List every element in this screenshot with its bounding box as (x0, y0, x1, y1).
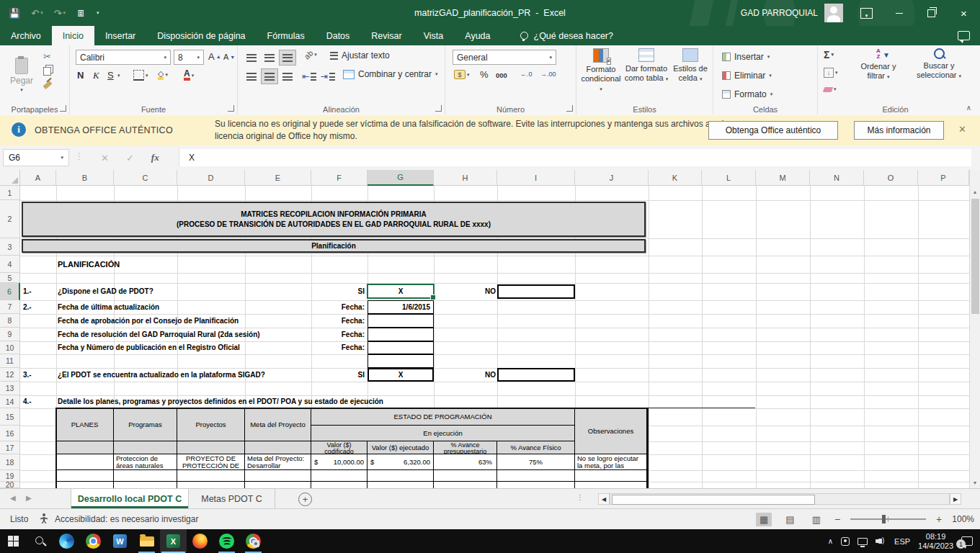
column-header-A[interactable]: A (20, 170, 56, 186)
row-header-9[interactable]: 9 (0, 328, 20, 341)
italic-button[interactable]: K (93, 70, 99, 81)
column-header-N[interactable]: N (810, 170, 864, 186)
increase-decimal-icon[interactable]: ←.0 (520, 71, 533, 78)
fill-color-icon[interactable]: ◇▾ (158, 70, 168, 80)
copy-icon[interactable] (43, 67, 51, 76)
row-header-11[interactable]: 11 (0, 354, 20, 368)
avatar[interactable] (824, 4, 843, 22)
table-cell-avance-presupuestario[interactable]: 63% (434, 454, 497, 470)
row-header-1[interactable]: 1 (0, 186, 20, 200)
tab-disposicion[interactable]: Disposición de página (146, 26, 256, 45)
underline-caret[interactable]: ▾ (117, 73, 120, 78)
cell-q1-no-label[interactable]: NO (434, 283, 496, 300)
cut-icon[interactable]: ✂ (43, 51, 51, 62)
close-button[interactable]: × (948, 0, 980, 26)
zoom-in-icon[interactable]: + (936, 513, 942, 525)
tell-me-search[interactable]: ¿Qué desea hacer? (520, 26, 614, 45)
row-header-5[interactable]: 5 (0, 273, 20, 283)
table-header-planes[interactable]: PLANES (56, 408, 114, 441)
formula-input[interactable]: X (179, 149, 971, 166)
paste-button[interactable]: Pegar ▾ (6, 50, 37, 100)
align-center-icon[interactable] (262, 69, 277, 84)
table-cell-empty[interactable] (497, 470, 575, 482)
column-header-E[interactable]: E (245, 170, 311, 186)
scroll-down-icon[interactable]: ▼ (970, 477, 980, 488)
cancel-icon[interactable]: ✕ (101, 153, 109, 163)
sheet-tab-desarrollo[interactable]: Desarrollo local PDOT C (71, 489, 189, 508)
horizontal-scroll-thumb[interactable] (612, 495, 815, 505)
tray-chevron-icon[interactable]: ∧ (828, 537, 833, 545)
format-painter-icon[interactable] (43, 83, 52, 87)
dialog-launcher-icon[interactable] (228, 105, 234, 112)
font-size-select[interactable]: 8▾ (174, 50, 204, 65)
dialog-launcher-icon[interactable] (435, 105, 442, 112)
cell-q5-text[interactable]: Fecha y Número de publicación en el Regi… (58, 341, 240, 354)
row-header-19[interactable]: 19 (0, 470, 20, 482)
cell-q6-si-box[interactable]: X (368, 368, 434, 382)
shrink-font-icon[interactable]: A▼ (223, 53, 235, 61)
cell-q6-si-label[interactable]: SI (311, 368, 365, 382)
table-cell-empty[interactable] (311, 482, 368, 488)
column-header-F[interactable]: F (311, 170, 368, 186)
table-cell-planes[interactable] (56, 454, 114, 470)
cell-row11-box[interactable] (368, 354, 434, 368)
vertical-scrollbar[interactable]: ▲ ▼ (969, 170, 980, 488)
table-cell-observaciones[interactable]: No se logro ejecutarla meta, por las (575, 454, 647, 470)
account-chip[interactable]: GAD PARROQUIAL (741, 4, 843, 22)
dialog-launcher-icon[interactable] (566, 105, 573, 112)
enter-icon[interactable]: ✓ (126, 153, 134, 163)
cell-q6-no-label[interactable]: NO (434, 368, 496, 382)
table-cell-proyecto[interactable]: PROYECTO DEPROTECCIÓN DE (177, 454, 245, 470)
normal-view-icon[interactable]: ▦ (756, 513, 772, 526)
cell-q3-text[interactable]: Fecha de aprobación por el Consejo de Pl… (58, 314, 239, 328)
taskbar-chrome-profile[interactable] (240, 529, 267, 553)
page-break-view-icon[interactable]: ▥ (808, 513, 824, 526)
table-header-proyectos[interactable]: Proyectos (177, 408, 245, 441)
sheet-tab-metas[interactable]: Metas PDOT C (189, 489, 275, 508)
table-header-meta[interactable]: Meta del Proyecto (245, 408, 311, 441)
table-cell-meta[interactable]: Meta del Proyecto:Desarrollar (245, 454, 311, 470)
cell-q5-fecha-label[interactable]: Fecha: (311, 341, 365, 354)
row-header-20[interactable]: 20 (0, 482, 20, 488)
table-header-valor-codificado[interactable]: Valor ($)codificado (311, 441, 368, 454)
column-header-K[interactable]: K (649, 170, 702, 186)
decrease-decimal-icon[interactable]: →.00 (540, 71, 556, 78)
new-sheet-icon[interactable]: + (298, 493, 312, 506)
table-cell-empty[interactable] (434, 470, 497, 482)
format-as-table-button[interactable]: Dar formatocomo tabla ▾ (624, 48, 669, 84)
table-cell-empty[interactable] (177, 482, 245, 488)
tab-insertar[interactable]: Insertar (94, 26, 146, 45)
page-layout-view-icon[interactable]: ▤ (782, 513, 798, 526)
hscroll-right-icon[interactable]: ▶ (950, 493, 961, 505)
tab-vista[interactable]: Vista (413, 26, 455, 45)
decrease-indent-icon[interactable]: ⇤ (301, 69, 317, 84)
table-header-valor-ejecutado[interactable]: Valor ($) ejecutado (368, 441, 434, 454)
comma-style-icon[interactable]: 000 (496, 71, 507, 79)
taskbar-spotify[interactable] (213, 529, 240, 553)
table-cell-empty[interactable] (575, 470, 647, 482)
table-header-estado[interactable]: ESTADO DE PROGRAMACIÓN (311, 408, 575, 426)
vertical-scroll-thumb[interactable] (971, 199, 979, 314)
next-sheet-icon[interactable]: ▶ (26, 494, 32, 502)
sort-filter-button[interactable]: AZ ▼ Ordenar yfiltrar ▾ (851, 48, 906, 81)
row-header-17[interactable]: 17 (0, 441, 20, 454)
conditional-formatting-button[interactable]: ≠ Formatocondicional ▾ (579, 48, 623, 94)
get-genuine-office-button[interactable]: Obtenga Office auténtico (708, 121, 838, 140)
cell-q4-date-box[interactable] (368, 328, 434, 341)
tab-inicio[interactable]: Inicio (52, 26, 94, 45)
dialog-launcher-icon[interactable] (60, 105, 66, 112)
table-header-avance-fisico[interactable]: % Avance Físico (497, 441, 575, 454)
cell-q1-text[interactable]: ¿Dispone el GAD de PDOT? (58, 283, 153, 300)
tab-archivo[interactable]: Archivo (0, 26, 52, 45)
row-header-18[interactable]: 18 (0, 454, 20, 470)
row-header-2[interactable]: 2 (0, 200, 20, 238)
sheet-subtitle-box[interactable]: Planificación (22, 239, 646, 253)
table-cell-valor-ejecutado[interactable]: $6,320.00 (368, 454, 434, 470)
tab-ayuda[interactable]: Ayuda (454, 26, 501, 45)
format-cells-button[interactable]: Formato▾ (722, 86, 772, 102)
font-name-select[interactable]: Calibri▾ (76, 50, 171, 65)
table-header-observaciones[interactable]: Observaciones (575, 408, 647, 454)
merge-center-button[interactable]: Combinar y centrar ▾ (343, 69, 438, 79)
table-header-empty[interactable] (177, 441, 245, 454)
column-header-P[interactable]: P (918, 170, 969, 186)
